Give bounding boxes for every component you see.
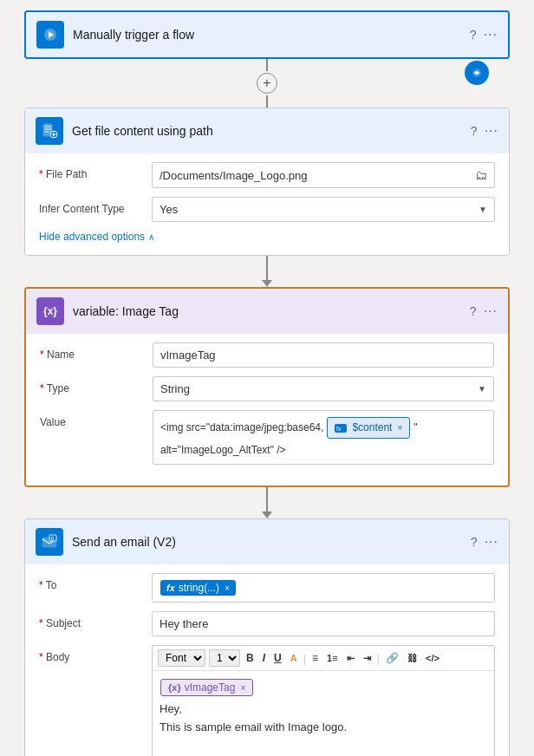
trigger-icon (36, 21, 64, 49)
bold-button[interactable]: B (244, 650, 257, 666)
variable-name-input[interactable]: vImageTag (153, 342, 494, 368)
variable-name-row: Name vImageTag (40, 342, 494, 368)
infer-type-select[interactable]: Yes ▼ (152, 197, 495, 222)
file-card-body: File Path /Documents/Image_Logo.png 🗂 In… (25, 153, 509, 255)
email-to-chip-label: string(...) (179, 582, 219, 594)
variable-value-input[interactable]: <img src="data:image/jpeg;base64, fx $co… (153, 410, 494, 465)
underline-button[interactable]: U (271, 650, 284, 666)
connector-2 (262, 256, 272, 287)
svg-text:fx: fx (336, 426, 342, 432)
email-body-text: Hey, This is sample email with Image log… (160, 701, 487, 756)
hide-advanced-text[interactable]: Hide advanced options ∧ (39, 231, 495, 243)
variable-type-select[interactable]: String ▼ (153, 376, 494, 401)
email-card-icon: O (36, 528, 63, 556)
file-card-header: Get file content using path ? ··· (25, 108, 509, 153)
email-body-toolbar: Font 12 B I U A | ≡ 1≡ ⇤ ⇥ (153, 646, 494, 671)
folder-icon: 🗂 (475, 168, 487, 182)
infer-type-label: Infer Content Type (39, 197, 143, 215)
trigger-more-icon[interactable]: ··· (484, 27, 498, 42)
email-body-label: Body (39, 645, 143, 663)
add-step-button-1[interactable]: + (257, 73, 277, 94)
link-button[interactable]: 🔗 (383, 650, 401, 666)
file-path-row: File Path /Documents/Image_Logo.png 🗂 (39, 162, 495, 188)
trigger-card-header: Manually trigger a flow ? ··· (26, 12, 508, 57)
email-card-header: O Send an email (V2) ? ··· (25, 519, 509, 564)
content-chip-close[interactable]: × (397, 421, 402, 435)
variable-card-header: {x} variable: Image Tag ? ··· (26, 289, 508, 334)
file-help-icon[interactable]: ? (471, 124, 478, 138)
connector-3 (262, 487, 272, 518)
arrow-3 (262, 512, 272, 518)
line-1 (266, 59, 268, 71)
hide-advanced-link[interactable]: Hide advanced options ∧ (39, 231, 495, 243)
email-card-actions: ? ··· (471, 534, 498, 550)
file-content-card: Get file content using path ? ··· File P… (24, 108, 510, 256)
file-path-value: /Documents/Image_Logo.png (160, 169, 308, 182)
svg-text:O: O (51, 536, 55, 541)
variable-help-icon[interactable]: ? (470, 304, 477, 318)
font-size-select[interactable]: 12 (209, 649, 240, 667)
arrow-2 (262, 280, 272, 287)
chevron-up-icon: ∧ (148, 232, 154, 242)
file-path-label: File Path (39, 162, 143, 180)
email-to-input[interactable]: fx string(...) × (152, 573, 495, 603)
email-body-content[interactable]: {x} vImageTag × Hey, This is sample emai… (153, 671, 494, 756)
line-3 (266, 487, 268, 512)
email-to-chip-close[interactable]: × (225, 583, 230, 593)
email-to-chip: fx string(...) × (160, 580, 236, 596)
connector-circle-1 (465, 61, 489, 85)
file-more-icon[interactable]: ··· (485, 123, 498, 139)
list-ul-button[interactable]: ≡ (309, 650, 321, 666)
font-select[interactable]: Font (158, 649, 205, 667)
email-variable-chip-row: {x} vImageTag × (160, 678, 487, 697)
variable-more-icon[interactable]: ··· (484, 303, 498, 319)
file-card-icon (36, 117, 63, 145)
email-more-icon[interactable]: ··· (485, 534, 498, 550)
infer-type-row: Infer Content Type Yes ▼ (39, 197, 495, 222)
email-subject-label: Subject (39, 611, 143, 629)
trigger-card: Manually trigger a flow ? ··· (24, 10, 510, 59)
color-button[interactable]: A (288, 651, 300, 665)
unlink-button[interactable]: ⛓ (405, 651, 420, 665)
variable-value-row: Value <img src="data:image/jpeg;base64, … (40, 410, 494, 465)
indent-button[interactable]: ⇥ (361, 651, 374, 666)
email-card-body: To fx string(...) × Subject Hey there Bo… (25, 564, 509, 756)
email-to-label: To (39, 573, 143, 591)
email-card: O Send an email (V2) ? ··· To fx string(… (24, 518, 510, 756)
italic-button[interactable]: I (260, 650, 268, 666)
variable-type-row: Type String ▼ (40, 376, 494, 401)
variable-card-icon: {x} (36, 297, 64, 325)
file-path-input[interactable]: /Documents/Image_Logo.png 🗂 (152, 162, 495, 188)
line-2 (266, 256, 268, 280)
type-chevron-down-icon: ▼ (478, 384, 486, 394)
file-card-actions: ? ··· (471, 123, 498, 139)
trigger-actions: ? ··· (470, 27, 498, 42)
content-chip-label: $content (352, 420, 392, 436)
outdent-button[interactable]: ⇤ (344, 651, 357, 666)
variable-card-title: variable: Image Tag (73, 304, 461, 318)
file-card-title: Get file content using path (72, 124, 462, 138)
connector-center-1: + (257, 59, 277, 108)
toolbar-divider-1: | (303, 652, 306, 665)
email-card-title: Send an email (V2) (72, 535, 462, 549)
list-ol-button[interactable]: 1≡ (324, 651, 341, 665)
email-to-row: To fx string(...) × (39, 573, 495, 603)
img-tag-suffix: " (414, 420, 417, 436)
email-subject-input[interactable]: Hey there (152, 611, 495, 636)
toolbar-divider-2: | (377, 652, 380, 665)
email-vImageTag-chip: {x} vImageTag × (160, 679, 253, 696)
variable-type-label: Type (40, 376, 144, 394)
variable-card-actions: ? ··· (470, 303, 498, 319)
email-help-icon[interactable]: ? (471, 535, 478, 549)
email-line-1: Hey, (160, 701, 487, 719)
variable-icon-label: {x} (43, 305, 57, 317)
img-alt-text: alt="ImageLogo_AltText" /> (160, 444, 286, 456)
email-line-2: This is sample email with Image logo. (160, 719, 487, 737)
email-body-editor[interactable]: Font 12 B I U A | ≡ 1≡ ⇤ ⇥ (152, 645, 495, 756)
content-chip: fx $content × (327, 417, 410, 439)
trigger-title: Manually trigger a flow (73, 28, 461, 42)
flow-canvas: Manually trigger a flow ? ··· + (10, 10, 524, 756)
trigger-help-icon[interactable]: ? (470, 28, 477, 42)
code-button[interactable]: </> (423, 651, 442, 665)
email-vImageTag-chip-close[interactable]: × (240, 683, 245, 693)
